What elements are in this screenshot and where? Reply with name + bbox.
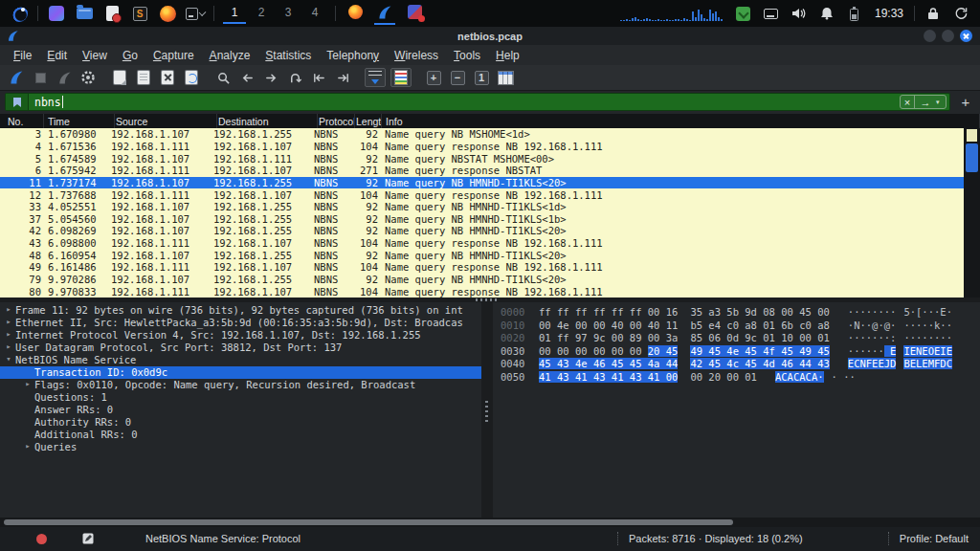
workspace-4[interactable]: 4 [303,3,326,24]
column-header-time[interactable]: Time [44,114,115,128]
packet-row-42[interactable]: 426.098269192.168.1.107192.168.1.255NBNS… [0,225,964,237]
packet-list-scrollbar[interactable] [964,128,980,298]
maximize-button[interactable] [942,30,954,42]
workspace-1[interactable]: 1 [223,3,246,24]
notifications-button[interactable] [817,3,836,24]
menu-capture[interactable]: Capture [145,47,202,64]
hex-row-0020[interactable]: 002001 ff 97 9c 00 89 00 3a85 06 0d 9c 0… [501,332,980,345]
detail-row[interactable]: Transaction ID: 0x0d9c [0,366,481,379]
detail-row[interactable]: Additional RRs: 0 [0,429,481,441]
hex-row-0030[interactable]: 003000 00 00 00 00 00 20 4549 45 4e 45 4… [501,345,980,359]
minimize-button[interactable] [924,30,936,42]
reload-capture-file-button[interactable] [180,67,203,88]
clipboard-button[interactable] [762,3,781,24]
filter-apply-button[interactable] [915,96,936,108]
network-graph-icon[interactable] [620,6,725,21]
packet-row-6[interactable]: 61.675942192.168.1.111192.168.1.107NBNS2… [0,165,964,177]
menu-view[interactable]: View [75,47,115,64]
detail-row[interactable]: ▸Flags: 0x0110, Opcode: Name query, Recu… [0,379,481,391]
detail-row[interactable]: ▸Ethernet II, Src: HewlettPacka_a3:5b:9d… [0,317,481,329]
column-header-protocol[interactable]: Protocol [318,114,355,128]
find-packet-button[interactable] [212,67,234,88]
menu-wireless[interactable]: Wireless [387,47,446,64]
zoom-original-button[interactable]: 1 [470,67,493,88]
filter-add-button[interactable] [956,93,975,111]
filter-clear-button[interactable] [901,96,915,108]
zoom-in-button[interactable]: + [422,67,445,88]
vertical-splitter[interactable] [481,302,493,518]
splitter-handle-icon[interactable] [485,401,488,424]
expand-arrow-icon[interactable]: ▸ [2,329,15,342]
start-capture-button[interactable] [5,67,28,88]
battery-indicator[interactable] [845,3,864,24]
hex-row-0040[interactable]: 004045 43 4e 46 45 45 4a 4442 45 4c 45 4… [501,358,980,371]
task-wireshark[interactable] [374,2,395,25]
detail-row[interactable]: ▸Frame 11: 92 bytes on wire (736 bits), … [0,304,481,317]
menu-statistics[interactable]: Statistics [257,47,319,64]
detail-row[interactable]: ▸Queries [0,441,481,453]
resize-columns-button[interactable] [494,67,517,88]
task-screen-recorder[interactable] [404,2,425,25]
expand-arrow-icon[interactable]: ▸ [2,304,15,317]
detail-row[interactable]: ▸User Datagram Protocol, Src Port: 38812… [0,342,481,354]
vpn-status-button[interactable] [734,3,753,24]
packet-row-43[interactable]: 436.098800192.168.1.111192.168.1.107NBNS… [0,237,964,250]
menu-help[interactable]: Help [488,47,527,64]
column-header-destination[interactable]: Destination [217,114,318,128]
go-back-button[interactable] [235,67,258,88]
show-desktop-button[interactable] [47,3,66,24]
zoom-out-button[interactable]: − [446,67,469,88]
expand-arrow-icon[interactable]: ▸ [2,317,15,329]
detail-row[interactable]: ▾NetBIOS Name Service [0,354,481,366]
volume-button[interactable] [790,3,809,24]
expand-arrow-icon[interactable]: ▸ [21,441,34,453]
kali-menu-button[interactable] [10,3,29,24]
scrollbar-thumb[interactable] [4,519,733,525]
save-capture-file-button[interactable] [132,67,155,88]
clock[interactable]: 19:33 [873,7,905,20]
packet-row-11[interactable]: 111.737174192.168.1.107192.168.1.255NBNS… [0,177,964,189]
chevron-down-icon[interactable] [199,9,207,16]
expand-arrow-icon[interactable]: ▸ [21,379,34,391]
splitter-handle-icon[interactable] [476,298,499,301]
go-forward-button[interactable] [259,67,282,88]
detail-row[interactable]: Authority RRs: 0 [0,416,481,429]
task-firefox[interactable] [345,2,366,25]
expert-info-icon[interactable] [36,534,47,544]
packet-row-12[interactable]: 121.737688192.168.1.111192.168.1.107NBNS… [0,188,964,201]
go-first-packet-button[interactable] [307,67,330,88]
hex-row-0050[interactable]: 005041 43 41 43 41 43 41 0000 20 00 01AC… [501,371,980,385]
colorize-packets-button[interactable] [390,68,412,87]
close-button[interactable] [960,30,972,42]
menu-file[interactable]: File [6,47,39,64]
packet-row-48[interactable]: 486.160954192.168.1.107192.168.1.255NBNS… [0,249,964,261]
open-capture-file-button[interactable] [108,67,131,88]
packet-row-33[interactable]: 334.052551192.168.1.107192.168.1.255NBNS… [0,201,964,213]
packet-row-5[interactable]: 51.674589192.168.1.107192.168.1.111NBNS9… [0,152,964,165]
detail-row[interactable]: Answer RRs: 0 [0,404,481,416]
horizontal-scrollbar[interactable] [0,518,980,527]
column-header-source[interactable]: Source [115,114,217,128]
packet-row-37[interactable]: 375.054560192.168.1.107192.168.1.255NBNS… [0,212,964,225]
go-to-packet-button[interactable] [283,67,306,88]
menu-analyze[interactable]: Analyze [202,47,258,64]
logout-button[interactable] [951,3,970,24]
menu-edit[interactable]: Edit [39,47,75,64]
packet-row-49[interactable]: 496.161486192.168.1.111192.168.1.107NBNS… [0,261,964,274]
stop-capture-button[interactable] [29,67,52,88]
titlebar[interactable]: netbios.pcap [0,27,980,45]
text-editor-button[interactable] [102,3,122,24]
packet-row-3[interactable]: 31.670980192.168.1.107192.168.1.255NBNS9… [0,128,964,141]
menu-go[interactable]: Go [115,47,145,64]
menu-telephony[interactable]: Telephony [319,47,387,64]
capture-options-button[interactable] [77,67,100,88]
expand-arrow-icon[interactable]: ▾ [2,354,15,366]
terminal-launcher-button[interactable] [186,3,205,24]
column-header-no[interactable]: No. [0,114,44,128]
scrollbar-thumb[interactable] [966,143,978,172]
capture-comment-icon[interactable] [82,533,94,544]
packet-row-4[interactable]: 41.671536192.168.1.111192.168.1.107NBNS1… [0,141,964,153]
close-capture-file-button[interactable] [156,67,179,88]
detail-row[interactable]: Questions: 1 [0,391,481,404]
sublime-text-button[interactable]: S [130,3,149,24]
